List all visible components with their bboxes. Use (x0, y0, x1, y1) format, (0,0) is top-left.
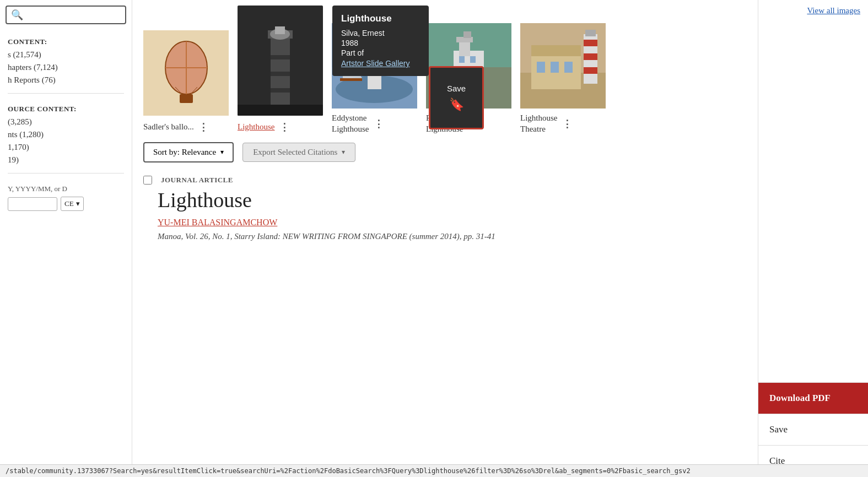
lighthouse-title-link[interactable]: Lighthouse (238, 122, 275, 133)
svg-rect-40 (584, 67, 597, 74)
sidebar-item-source-3[interactable]: 1,170) (0, 141, 132, 154)
article-section: JOURNAL ARTICLE Lighthouse YU-MEI BALASI… (132, 170, 758, 247)
lighthouse-more-button[interactable]: ⋮ (277, 120, 292, 134)
article-citation: Manoa, Vol. 26, No. 1, Starry Island: NE… (158, 232, 747, 241)
article-type-row: JOURNAL ARTICLE (143, 176, 747, 185)
controls-bar: Sort by: Relevance ▾ Export Selected Cit… (132, 134, 758, 170)
sidebar-item-source-4[interactable]: 19) (0, 154, 132, 166)
export-label: Export Selected Citations (253, 148, 337, 157)
content-section-label: CONTENT: (0, 33, 132, 48)
view-all-images-link[interactable]: View all images (807, 6, 860, 15)
theatre-thumbnail[interactable] (520, 23, 606, 109)
download-pdf-button[interactable]: Download PDF (758, 383, 868, 414)
tooltip-part-of-label: Part of (341, 48, 420, 57)
date-inputs-row: CE ▾ (8, 197, 124, 211)
right-panel-actions: Download PDF Save Cite (758, 382, 868, 477)
url-text: /stable/community.13733067?Search=yes&re… (6, 467, 691, 475)
svg-rect-21 (340, 78, 362, 81)
date-filter-label: Y, YYYY/MM, or D (8, 185, 124, 193)
sidebar-item-source-2[interactable]: nts (1,280) (0, 128, 132, 141)
right-panel: View all images Download PDF Save Cite (758, 0, 868, 477)
sidebar-item-source-1[interactable]: (3,285) (0, 116, 132, 128)
sidebar-item-s[interactable]: s (21,574) (0, 48, 132, 61)
eddystone-more-button[interactable]: ⋮ (371, 117, 386, 131)
svg-rect-11 (275, 26, 285, 34)
date-input-field[interactable] (8, 197, 57, 211)
save-button[interactable]: Save (758, 414, 868, 446)
search-icon: 🔍 (11, 9, 23, 21)
image-item-sadlers: Sadler's ballo... ⋮ (143, 30, 229, 134)
svg-rect-31 (470, 56, 476, 63)
date-era-select[interactable]: CE ▾ (61, 197, 84, 211)
tooltip-save-button[interactable]: Save (447, 84, 466, 93)
view-all-images-area: View all images (758, 0, 868, 21)
sadlers-title-row: Sadler's ballo... ⋮ (143, 120, 211, 134)
article-title: Lighthouse (158, 188, 747, 212)
image-item-theatre: LighthouseTheatre ⋮ (520, 23, 606, 134)
main-content: Sadler's ballo... ⋮ (132, 0, 758, 477)
date-filter-section: Y, YYYY/MM, or D CE ▾ (0, 180, 132, 215)
svg-rect-13 (271, 72, 290, 76)
lighthouse-title-row: Lighthouse ⋮ (238, 120, 292, 134)
sort-label: Sort by: Relevance (153, 148, 216, 157)
theatre-title: LighthouseTheatre (520, 113, 558, 134)
image-item-lighthouse: Lighthouse Silva, Ernest 1988 Part of Ar… (238, 6, 323, 134)
sadlers-thumbnail[interactable] (143, 30, 229, 116)
svg-rect-30 (459, 56, 465, 63)
svg-rect-12 (271, 55, 290, 59)
tooltip-title: Lighthouse (341, 13, 420, 24)
image-gallery: Sadler's ballo... ⋮ (132, 0, 758, 134)
sadlers-title: Sadler's ballo... (143, 122, 194, 133)
url-bar: /stable/community.13733067?Search=yes&re… (0, 464, 868, 477)
tooltip-gallery-link[interactable]: Artstor Slide Gallery (341, 59, 409, 68)
svg-rect-42 (537, 62, 545, 73)
article-checkbox[interactable] (143, 176, 152, 185)
sort-button[interactable]: Sort by: Relevance ▾ (143, 142, 234, 162)
eddystone-title-row: EddystoneLighthouse ⋮ (332, 113, 386, 134)
lighthouse-thumbnail[interactable] (238, 6, 323, 116)
svg-rect-4 (180, 94, 193, 103)
export-chevron-icon: ▾ (342, 148, 345, 156)
svg-rect-41 (585, 30, 596, 36)
theatre-title-row: LighthouseTheatre ⋮ (520, 113, 574, 134)
svg-rect-43 (551, 62, 559, 73)
sidebar-item-chapters[interactable]: hapters (7,124) (0, 61, 132, 74)
eddystone-title: EddystoneLighthouse (332, 113, 369, 134)
svg-rect-36 (531, 45, 581, 56)
svg-rect-8 (271, 33, 290, 105)
sort-chevron-icon: ▾ (220, 148, 224, 156)
svg-rect-38 (584, 40, 597, 46)
sadlers-more-button[interactable]: ⋮ (196, 120, 211, 134)
sidebar-divider-2 (8, 173, 124, 174)
bookmark-icon[interactable]: 🔖 (449, 97, 464, 112)
svg-rect-14 (271, 88, 290, 93)
source-section-label: OURCE CONTENT: (0, 100, 132, 116)
svg-rect-39 (584, 53, 597, 60)
sidebar: 🔍 CONTENT: s (21,574) hapters (7,124) h … (0, 0, 132, 477)
lighthouse-tooltip: Lighthouse Silva, Ernest 1988 Part of Ar… (332, 6, 429, 76)
svg-rect-29 (463, 31, 471, 38)
sidebar-item-reports[interactable]: h Reports (76) (0, 74, 132, 86)
tooltip-author: Silva, Ernest (341, 29, 420, 37)
tooltip-save-area: Save 🔖 (429, 66, 484, 129)
svg-rect-44 (564, 62, 573, 73)
article-type-label: JOURNAL ARTICLE (161, 176, 233, 185)
svg-rect-15 (238, 105, 323, 116)
sidebar-divider-1 (8, 93, 124, 94)
article-author-link[interactable]: YU-MEI BALASINGAMCHOW (158, 218, 747, 227)
theatre-more-button[interactable]: ⋮ (560, 117, 574, 131)
tooltip-year: 1988 (341, 39, 420, 47)
export-citations-button[interactable]: Export Selected Citations ▾ (242, 143, 355, 162)
search-bar[interactable]: 🔍 (6, 6, 126, 24)
